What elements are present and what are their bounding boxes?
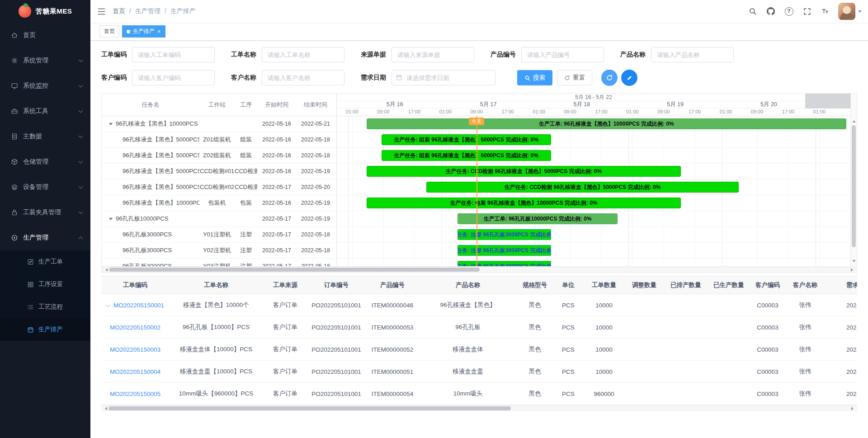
process-cell: 组装 xyxy=(235,151,257,160)
gantt-bar[interactable]: 生产工单: 96孔移液盒【黑色】10000PCS 完成比例: 0% xyxy=(367,118,846,129)
work-order-name-input[interactable] xyxy=(262,47,344,62)
gantt-task-row[interactable]: 96孔孔板3000PCSY03注塑机注塑2022-05-172022-05-18 xyxy=(102,259,336,266)
filter-label: 客户名称 xyxy=(231,74,256,82)
customer-code-input[interactable] xyxy=(132,70,215,85)
user-menu[interactable] xyxy=(838,3,862,20)
sidebar-item-home[interactable]: 首页 xyxy=(0,23,90,48)
work-order-row[interactable]: MO20220515000510mm吸头【960000】PCS客户订单PO202… xyxy=(101,383,857,405)
product-code-input[interactable] xyxy=(521,47,604,62)
gantt-horizontal-scrollbar[interactable] xyxy=(102,266,857,273)
scrollbar-thumb[interactable] xyxy=(109,268,480,272)
reset-button[interactable]: 重置 xyxy=(557,70,592,85)
sidebar-item-master-data[interactable]: 主数据 xyxy=(0,124,90,149)
product-name-input[interactable] xyxy=(651,47,734,62)
gantt-task-row[interactable]: 96孔移液盒【黑色】5000PCSCCD检测#01CCD检测2022-05-16… xyxy=(102,164,336,179)
sidebar-subitem-process-settings[interactable]: 工序设置 xyxy=(0,273,90,296)
sync-circle-button[interactable] xyxy=(601,70,618,86)
sidebar-item-warehouse[interactable]: 仓储管理 xyxy=(0,149,90,174)
sidebar-item-system-monitor[interactable]: 系统监控 xyxy=(0,73,90,99)
gantt-bar[interactable]: 生产任务: 注塑 96孔孔板3000PCS 完成比例: 0% xyxy=(458,229,551,240)
scrollbar-thumb[interactable] xyxy=(852,125,856,247)
work-order-row[interactable]: MO202205150001移液盒【黑色】10000个客户订单PO2022051… xyxy=(101,294,857,316)
gantt-bar[interactable]: 生产工单: 96孔孔板10000PCS 完成比例: 0% xyxy=(458,213,618,224)
gantt-bar-row: 生产任务: CCD检测 96孔移液盒【黑色】5000PCS 完成比例: 0% xyxy=(337,179,850,195)
sidebar-item-system-management[interactable]: 系统管理 xyxy=(0,48,90,73)
gantt-bar[interactable]: 生产任务: 组装 96孔移液盒【黑色】5000PCS 完成比例: 0% xyxy=(382,150,551,161)
orders-horizontal-scrollbar[interactable] xyxy=(101,405,857,411)
gantt-bar[interactable]: 生产任务: 注塑 96孔孔板3000PCS 完成比例: 0% xyxy=(458,245,551,256)
task-name-cell: 96孔孔板3000PCS xyxy=(102,246,199,254)
work-order-link[interactable]: MO202205150002 xyxy=(110,324,160,331)
tab-production-scheduling[interactable]: 生产排产 xyxy=(122,25,165,38)
sidebar-subitem-production-scheduling[interactable]: 生产排产 xyxy=(0,318,90,341)
gantt-task-row[interactable]: 96孔孔板3000PCSY01注塑机注塑2022-05-172022-05-18 xyxy=(102,227,336,243)
filter-label: 产品名称 xyxy=(620,51,646,59)
gantt-task-row[interactable]: 96孔孔板3000PCSY02注塑机注塑2022-05-172022-05-18 xyxy=(102,243,336,259)
gantt-task-row[interactable]: 96孔移液盒【黑色】10000PCS2022-05-162022-05-21 xyxy=(102,116,336,132)
work-order-code-input[interactable] xyxy=(132,47,215,62)
gantt-task-row[interactable]: 96孔移液盒【黑色】5000PCSZ02组装机组装2022-05-162022-… xyxy=(102,148,336,164)
collapse-arrow-icon[interactable] xyxy=(109,123,113,127)
github-link-button[interactable] xyxy=(763,0,778,23)
scroll-up-arrow[interactable] xyxy=(852,118,856,122)
tab-home[interactable]: 首页 xyxy=(99,25,119,38)
work-order-link[interactable]: MO202205150003 xyxy=(110,346,160,353)
source-document-input[interactable] xyxy=(392,47,474,62)
orders-column-header: 工单来源 xyxy=(263,276,307,294)
scroll-left-arrow[interactable] xyxy=(103,407,107,410)
sidebar-item-equipment[interactable]: 设备管理 xyxy=(0,174,90,200)
scroll-right-arrow[interactable] xyxy=(851,407,855,410)
search-button[interactable]: 搜索 xyxy=(517,70,552,85)
app-logo[interactable]: 苦糖果MES xyxy=(0,0,90,23)
gantt-task-row[interactable]: 96孔移液盒【黑色】5000PCSZ01组装机组装2022-05-162022-… xyxy=(102,132,336,148)
breadcrumb-production-management[interactable]: 生产管理 xyxy=(129,7,160,15)
sidebar-subitem-work-order[interactable]: 生产工单 xyxy=(0,250,90,273)
header-search-button[interactable] xyxy=(745,0,760,23)
sidebar-toggle-button[interactable] xyxy=(90,0,113,23)
font-size-button[interactable] xyxy=(817,0,833,23)
gantt-bar[interactable]: 生产任务: CCD检测 96孔移液盒【黑色】5000PCS 完成比例: 0% xyxy=(367,166,681,177)
sidebar-item-fixture-management[interactable]: 工装夹具管理 xyxy=(0,200,90,225)
work-order-link[interactable]: MO202205150004 xyxy=(110,368,160,375)
filter-field-product-code: 产品编号 xyxy=(491,47,604,62)
gantt-task-row[interactable]: 96孔孔板10000PCS2022-05-172022-05-19 xyxy=(102,211,336,227)
work-order-row[interactable]: MO202205150004移液盒盒盖【10000】PCS客户订单PO20220… xyxy=(101,361,857,383)
scrollbar-thumb[interactable] xyxy=(108,406,511,410)
gantt-bar[interactable]: 生产任务: 包装 96孔移液盒【黑色】10000PCS 完成比例: 0% xyxy=(367,198,681,208)
task-name-text: 96孔移液盒【黑色】10000PCS xyxy=(116,120,198,128)
work-order-row[interactable]: MO202205150003移液盒盒体【10000】PCS客户订单PO20220… xyxy=(101,339,857,361)
collapse-arrow-icon[interactable] xyxy=(109,218,113,222)
scroll-right-arrow[interactable] xyxy=(851,268,855,272)
fullscreen-button[interactable] xyxy=(799,0,815,23)
tab-close-icon[interactable] xyxy=(157,28,161,34)
sidebar-subitem-process-flow[interactable]: 工艺流程 xyxy=(0,296,90,318)
orders-column-header: 工单数量 xyxy=(583,276,625,294)
sidebar-item-system-tools[interactable]: 系统工具 xyxy=(0,99,90,124)
process-cell: 包装 xyxy=(235,199,257,207)
row-expand-chevron-icon[interactable] xyxy=(106,302,110,307)
help-button[interactable] xyxy=(781,0,797,23)
order-cell: 黑色 xyxy=(516,316,553,339)
gantt-vertical-scrollbar[interactable] xyxy=(850,94,857,266)
scroll-down-arrow[interactable] xyxy=(852,260,856,264)
scroll-left-arrow[interactable] xyxy=(104,268,108,272)
gantt-task-row[interactable]: 96孔移液盒【黑色】5000PCSCCD检测#02CCD检测2022-05-17… xyxy=(102,179,336,195)
sidebar-item-production-management[interactable]: 生产管理 xyxy=(0,225,90,250)
work-order-code-cell: MO202205150004 xyxy=(101,361,169,383)
toolbox-icon xyxy=(11,108,18,115)
order-cell: 张伟 xyxy=(786,339,825,361)
gantt-bar-row: 生产工单: 96孔孔板10000PCS 完成比例: 0% xyxy=(337,211,850,227)
gantt-bar[interactable]: 生产任务: CCD检测 96孔移液盒【黑色】5000PCS 完成比例: 0% xyxy=(426,182,739,193)
gantt-bar[interactable]: 生产任务: 组装 96孔移液盒【黑色】5000PCS 完成比例: 0% xyxy=(382,134,551,145)
draw-circle-button[interactable] xyxy=(621,70,637,86)
work-order-link[interactable]: MO202205150005 xyxy=(110,391,160,397)
work-order-link[interactable]: MO202205150001 xyxy=(113,302,164,309)
order-cell xyxy=(708,339,750,361)
demand-date-input[interactable] xyxy=(392,70,495,85)
gantt-bar[interactable]: 生产任务: 注塑 96孔孔板3000PCS 完成比例: 0% xyxy=(458,261,551,266)
user-avatar[interactable] xyxy=(838,3,855,20)
breadcrumb-home[interactable]: 首页 xyxy=(113,7,125,15)
customer-name-input[interactable] xyxy=(262,70,344,85)
gantt-task-row[interactable]: 96孔移液盒【黑色】10000PCS包装机包装2022-05-162022-05… xyxy=(102,195,336,211)
work-order-row[interactable]: MO20220515000296孔孔板【10000】PCS客户订单PO20220… xyxy=(101,316,857,339)
